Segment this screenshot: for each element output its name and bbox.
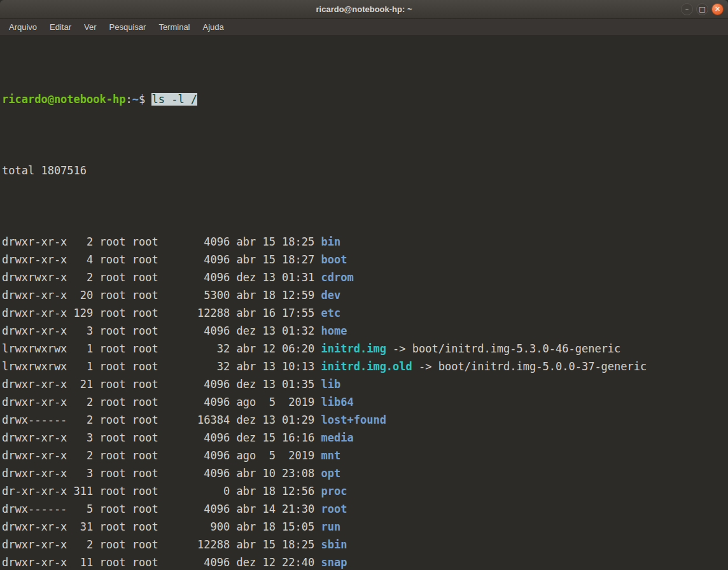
file-name: initrd.img <box>321 342 386 355</box>
file-name: opt <box>321 467 341 480</box>
file-row-mnt: drwxr-xr-x 2 root root 4096 ago 5 2019 m… <box>2 447 728 464</box>
file-name: root <box>321 503 347 515</box>
menu-item-arquivo[interactable]: Arquivo <box>3 20 43 34</box>
file-row-sbin: drwxr-xr-x 2 root root 12288 abr 15 18:2… <box>2 536 728 553</box>
file-row-home: drwxr-xr-x 3 root root 4096 dez 13 01:32… <box>2 322 728 340</box>
menu-item-ajuda[interactable]: Ajuda <box>197 20 230 34</box>
file-row-boot: drwxr-xr-x 4 root root 4096 abr 15 18:27… <box>2 251 728 268</box>
menu-item-ver[interactable]: Ver <box>78 20 103 34</box>
file-row-lib64: drwxr-xr-x 2 root root 4096 ago 5 2019 l… <box>2 393 728 411</box>
file-row-etc: drwxr-xr-x 129 root root 12288 abr 16 17… <box>2 304 728 322</box>
file-name: boot <box>321 253 347 266</box>
close-button[interactable]: ✕ <box>711 3 724 15</box>
file-name: etc <box>321 307 341 319</box>
file-row-proc: dr-xr-xr-x 311 root root 0 abr 18 12:56 … <box>2 482 728 500</box>
file-name: lib <box>321 378 341 391</box>
command-line: ricardo@notebook-hp:~$ ls -l / <box>2 90 728 108</box>
menu-item-editar[interactable]: Editar <box>43 20 78 34</box>
file-name: lib64 <box>321 396 354 408</box>
file-listing: drwxr-xr-x 2 root root 4096 abr 15 18:25… <box>2 233 728 570</box>
file-row-cdrom: drwxrwxr-x 2 root root 4096 dez 13 01:31… <box>2 268 728 286</box>
file-row-initrd.img: lrwxrwxrwx 1 root root 32 abr 12 06:20 i… <box>2 340 728 358</box>
file-row-opt: drwxr-xr-x 3 root root 4096 abr 10 23:08… <box>2 464 728 482</box>
command-text: ls -l / <box>151 93 197 106</box>
minimize-button[interactable]: – <box>681 3 693 15</box>
file-name: mnt <box>321 449 341 462</box>
file-row-root: drwx------ 5 root root 4096 abr 14 21:30… <box>2 500 728 518</box>
window-title: ricardo@notebook-hp: ~ <box>0 4 728 14</box>
file-name: lost+found <box>321 414 386 426</box>
file-name: initrd.img.old <box>321 360 412 373</box>
prompt-path: ~ <box>132 93 139 106</box>
file-name: proc <box>321 485 347 497</box>
menu-item-terminal[interactable]: Terminal <box>152 20 196 34</box>
prompt-user-host: ricardo@notebook-hp <box>2 93 125 106</box>
menu-bar: ArquivoEditarVerPesquisarTerminalAjuda <box>0 19 728 35</box>
maximize-button[interactable]: □ <box>696 3 708 15</box>
file-row-bin: drwxr-xr-x 2 root root 4096 abr 15 18:25… <box>2 233 728 251</box>
file-row-lost+found: drwx------ 2 root root 16384 dez 13 01:2… <box>2 411 728 429</box>
file-row-media: drwxr-xr-x 3 root root 4096 dez 15 16:16… <box>2 429 728 447</box>
titlebar: ricardo@notebook-hp: ~ – □ ✕ <box>0 0 728 19</box>
prompt-symbol: $ <box>139 93 151 106</box>
file-row-snap: drwxr-xr-x 11 root root 4096 dez 12 22:4… <box>2 553 728 570</box>
file-name: cdrom <box>321 271 354 284</box>
file-name: snap <box>321 556 347 569</box>
file-row-lib: drwxr-xr-x 21 root root 4096 dez 13 01:3… <box>2 375 728 393</box>
file-name: home <box>321 324 347 337</box>
menu-item-pesquisar[interactable]: Pesquisar <box>103 20 153 34</box>
file-name: bin <box>321 235 341 248</box>
file-name: run <box>321 520 341 533</box>
file-name: media <box>321 431 354 444</box>
file-row-initrd.img.old: lrwxrwxrwx 1 root root 32 abr 13 10:13 i… <box>2 358 728 375</box>
file-name: dev <box>321 289 341 302</box>
file-row-dev: drwxr-xr-x 20 root root 5300 abr 18 12:5… <box>2 286 728 304</box>
total-line: total 1807516 <box>2 162 728 179</box>
prompt-colon: : <box>125 93 132 106</box>
terminal-screen[interactable]: ricardo@notebook-hp:~$ ls -l / total 180… <box>0 35 728 570</box>
file-row-run: drwxr-xr-x 31 root root 900 abr 18 15:05… <box>2 518 728 536</box>
window-controls: – □ ✕ <box>681 3 728 15</box>
file-name: sbin <box>321 538 347 551</box>
terminal-window: ricardo@notebook-hp: ~ – □ ✕ ArquivoEdit… <box>0 0 728 570</box>
